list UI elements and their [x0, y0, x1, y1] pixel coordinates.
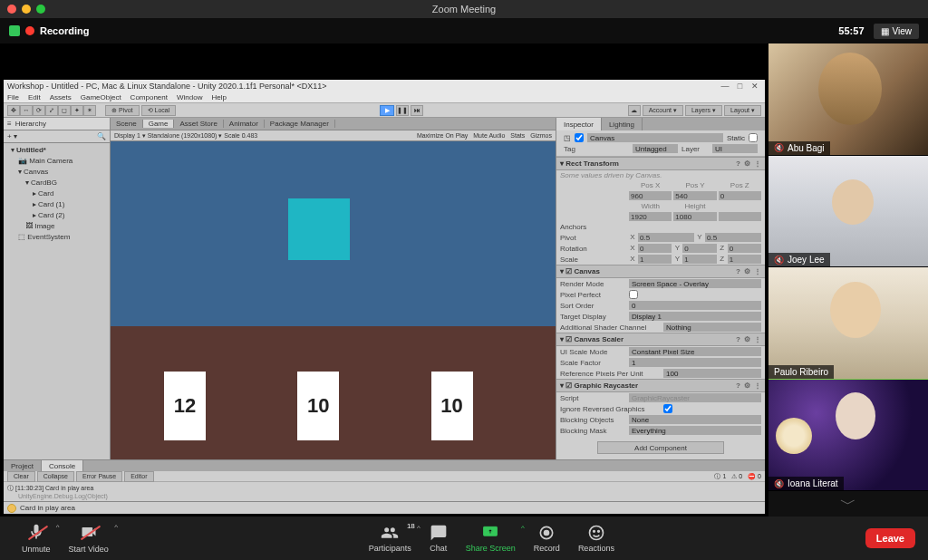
help-icon[interactable]: ?	[736, 159, 740, 168]
canvas-component-header[interactable]: ▾ ☑ Canvas?⚙⋮	[556, 265, 765, 278]
gear-icon[interactable]: ⚙	[744, 267, 750, 275]
hierarchy-item[interactable]: ▸Card (1)	[5, 199, 108, 210]
ref-pixels-field[interactable]: 100	[663, 369, 761, 378]
width-field[interactable]: 1920	[629, 212, 672, 221]
posx-field[interactable]: 960	[629, 191, 672, 200]
scale-tool-icon[interactable]: ⤢	[45, 105, 58, 116]
blocking-mask-dropdown[interactable]: Everything	[629, 426, 761, 435]
layer-dropdown[interactable]: UI	[712, 144, 758, 153]
rot-z-field[interactable]: 0	[728, 244, 761, 253]
fullscreen-window-button[interactable]	[36, 5, 45, 14]
menu-component[interactable]: Component	[130, 93, 168, 101]
ui-scale-mode-dropdown[interactable]: Constant Pixel Size	[629, 347, 761, 356]
blocking-objects-dropdown[interactable]: None	[629, 415, 761, 424]
error-count[interactable]: ⛔ 0	[748, 473, 761, 480]
warn-count[interactable]: ⚠ 0	[731, 473, 742, 480]
custom-tool-icon[interactable]: ✶	[83, 105, 96, 116]
render-mode-dropdown[interactable]: Screen Space - Overlay	[629, 279, 761, 288]
layers-dropdown[interactable]: Layers ▾	[685, 105, 722, 116]
view-button[interactable]: ▦ View	[874, 24, 920, 39]
shader-channel-dropdown[interactable]: Nothing	[663, 323, 761, 332]
encryption-shield-icon[interactable]	[9, 25, 20, 36]
gizmos-toggle[interactable]: Gizmos	[530, 132, 552, 139]
layout-dropdown[interactable]: Layout ▾	[724, 105, 761, 116]
display-dropdown[interactable]: Display 1	[114, 132, 140, 139]
help-icon[interactable]: ?	[736, 267, 740, 275]
reactions-button[interactable]: Reactions	[569, 524, 624, 553]
rot-x-field[interactable]: 0	[638, 244, 672, 253]
minimize-icon[interactable]: —	[719, 82, 731, 91]
object-name-field[interactable]: Canvas	[587, 133, 723, 142]
tab-package-manager[interactable]: Package Manager	[265, 120, 335, 128]
leave-button[interactable]: Leave	[865, 528, 915, 548]
collab-icon[interactable]: ☁	[628, 105, 641, 116]
tab-animator[interactable]: Animator	[224, 120, 265, 128]
tab-scene[interactable]: Scene	[111, 120, 143, 128]
target-display-dropdown[interactable]: Display 1	[629, 312, 761, 321]
hierarchy-item[interactable]: ⬚ EventSystem	[5, 232, 108, 243]
gear-icon[interactable]: ⚙	[744, 159, 750, 168]
posz-field[interactable]: 0	[719, 191, 761, 200]
menu-icon[interactable]: ⋮	[754, 159, 761, 168]
start-video-button[interactable]: Start Video ^	[60, 523, 118, 554]
hand-tool-icon[interactable]: ✥	[7, 105, 20, 116]
graphic-raycaster-header[interactable]: ▾ ☑ Graphic Raycaster?⚙⋮	[556, 379, 765, 392]
participant-tile[interactable]: 🔇Ioana Literat	[768, 380, 928, 492]
editor-dropdown[interactable]: Editor	[124, 471, 153, 482]
gear-icon[interactable]: ⚙	[744, 335, 750, 343]
rect-transform-header[interactable]: ▾ Rect Transform ?⚙⋮	[556, 157, 765, 170]
stats-toggle[interactable]: Stats	[510, 132, 525, 139]
static-checkbox[interactable]	[749, 133, 758, 142]
menu-assets[interactable]: Assets	[50, 93, 72, 101]
maximize-icon[interactable]: □	[733, 82, 746, 91]
menu-file[interactable]: File	[7, 93, 19, 101]
chevron-down-icon[interactable]: ﹀	[768, 491, 928, 517]
chat-button[interactable]: Chat	[420, 524, 457, 553]
tab-project[interactable]: Project	[4, 460, 42, 471]
help-icon[interactable]: ?	[736, 381, 740, 390]
help-icon[interactable]: ?	[736, 335, 740, 343]
gear-icon[interactable]: ⚙	[744, 381, 750, 390]
menu-edit[interactable]: Edit	[28, 93, 41, 101]
pivot-toggle[interactable]: ⊕ Pivot	[105, 105, 140, 116]
aspect-dropdown[interactable]: Standalone (1920x1080)	[148, 132, 218, 139]
menu-help[interactable]: Help	[211, 93, 226, 101]
record-button[interactable]: Record	[525, 524, 569, 553]
canvas-scaler-header[interactable]: ▾ ☑ Canvas Scaler?⚙⋮	[556, 333, 765, 346]
tab-game[interactable]: Game	[143, 120, 175, 128]
minimize-window-button[interactable]	[22, 5, 31, 14]
rotate-tool-icon[interactable]: ⟳	[33, 105, 45, 116]
hierarchy-item[interactable]: ▾Untitled*	[5, 145, 108, 156]
tab-asset-store[interactable]: Asset Store	[174, 120, 223, 128]
scale-x-field[interactable]: 1	[638, 255, 672, 264]
hierarchy-item[interactable]: ▾CardBG	[5, 178, 108, 188]
hierarchy-item[interactable]: ▾Canvas	[5, 167, 108, 178]
posy-field[interactable]: 540	[673, 191, 716, 200]
scale-z-field[interactable]: 1	[728, 255, 761, 264]
local-toggle[interactable]: ⟲ Local	[141, 105, 177, 116]
clear-button[interactable]: Clear	[7, 471, 35, 482]
menu-icon[interactable]: ⋮	[754, 267, 761, 275]
hierarchy-item[interactable]: ▸Card	[5, 188, 108, 199]
tab-console[interactable]: Console	[42, 460, 83, 471]
participant-tile[interactable]: 🔇Abu Bagi	[768, 43, 928, 156]
pivot-y-field[interactable]: 0.5	[705, 233, 761, 242]
menu-icon[interactable]: ⋮	[754, 381, 761, 390]
add-component-button[interactable]: Add Component	[597, 441, 724, 454]
create-dropdown-icon[interactable]: + ▾	[7, 132, 17, 140]
menu-window[interactable]: Window	[177, 93, 202, 101]
participant-tile[interactable]: 🔇Joey Lee	[768, 156, 928, 268]
hierarchy-tab[interactable]: ≡ Hierarchy	[4, 118, 110, 130]
step-button-icon[interactable]: ⏭	[411, 105, 423, 116]
error-pause-button[interactable]: Error Pause	[76, 471, 122, 482]
unmute-button[interactable]: Unmute ^	[13, 523, 60, 554]
tab-inspector[interactable]: Inspector	[556, 118, 602, 130]
scale-y-field[interactable]: 1	[682, 255, 716, 264]
anchors-label[interactable]: Anchors	[560, 223, 625, 231]
rect-tool-icon[interactable]: ◻	[58, 105, 71, 116]
search-icon[interactable]: 🔍	[97, 132, 106, 140]
sort-order-field[interactable]: 0	[629, 301, 761, 310]
close-window-button[interactable]	[7, 5, 16, 14]
pause-button-icon[interactable]: ❚❚	[396, 105, 409, 116]
console-log[interactable]: ⓘ [11:30:23] Card in play area UnityEngi…	[4, 482, 765, 501]
